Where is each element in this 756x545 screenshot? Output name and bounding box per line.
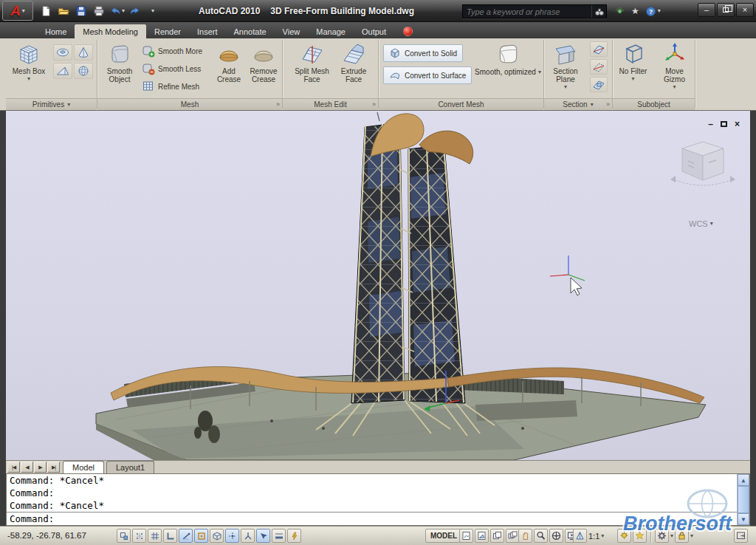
smooth-object-button[interactable]: Smooth Object — [100, 40, 139, 83]
viewcube[interactable] — [670, 142, 735, 185]
dynamic-input-toggle[interactable] — [256, 529, 270, 543]
no-filter-button[interactable]: No Filter ▾ — [613, 40, 653, 82]
command-window[interactable]: Command: *Cancel* Command: Command: *Can… — [6, 473, 750, 526]
smooth-more-button[interactable]: Smooth More — [142, 44, 202, 58]
annotation-scale-button[interactable] — [573, 529, 587, 543]
mesh-sphere-button[interactable] — [74, 63, 93, 79]
section-plane-button[interactable]: Section Plane ▾ — [546, 40, 585, 90]
quick-view-layouts-button[interactable] — [490, 529, 504, 543]
scrollbar-thumb[interactable] — [738, 486, 749, 513]
search-button[interactable] — [591, 5, 606, 18]
viewport-minimize-button[interactable]: – — [708, 120, 713, 128]
panel-footer-section[interactable]: Section▾» — [544, 98, 612, 110]
tab-render[interactable]: Render — [146, 24, 189, 38]
first-tab-button[interactable]: |◀ — [7, 462, 20, 473]
remove-crease-button[interactable]: Remove Crease — [246, 40, 281, 83]
object-snap-tracking-toggle[interactable] — [225, 529, 239, 543]
panel-expand-icon[interactable]: » — [276, 100, 280, 108]
command-prompt[interactable]: Command: — [7, 512, 737, 525]
convert-to-surface-button[interactable]: Convert to Surface — [383, 66, 472, 84]
save-button[interactable] — [74, 4, 89, 18]
tab-insert[interactable]: Insert — [189, 24, 226, 38]
tab-output[interactable]: Output — [354, 24, 394, 38]
minimize-button[interactable]: – — [698, 3, 715, 17]
extrude-face-button[interactable]: Extrude Face — [334, 40, 373, 83]
open-button[interactable] — [56, 4, 71, 18]
help-button[interactable]: ?▾ — [645, 6, 661, 17]
mesh-box-button[interactable]: Mesh Box ▾ — [10, 40, 48, 82]
mesh-torus-button[interactable] — [53, 44, 72, 61]
refine-mesh-button[interactable]: Refine Mesh — [142, 80, 199, 93]
favorites-star-icon[interactable]: ★ — [631, 7, 639, 16]
panel-footer-subobject[interactable]: Subobject — [613, 98, 695, 110]
coordinate-display[interactable]: -58.29, -26.78, 61.67 — [7, 531, 86, 540]
section-boundary-button[interactable] — [590, 59, 608, 75]
auto-annotation-button[interactable] — [633, 529, 647, 543]
3d-object-snap-toggle[interactable] — [210, 529, 224, 543]
application-menu-button[interactable]: A ▾ — [2, 1, 33, 21]
undo-button[interactable]: ▾ — [109, 4, 125, 18]
add-crease-button[interactable]: Add Crease — [213, 40, 245, 83]
workspace-switching-button[interactable] — [655, 529, 669, 543]
infer-constraints-toggle[interactable] — [117, 529, 131, 543]
move-gizmo-button[interactable]: Move Gizmo ▾ — [654, 40, 695, 90]
grid-display-toggle[interactable] — [148, 529, 162, 543]
next-tab-button[interactable]: ▶ — [34, 462, 47, 473]
red-sphere-icon[interactable] — [403, 27, 413, 36]
smooth-optimized-button[interactable]: Smooth, optimized▾ — [473, 41, 543, 76]
smooth-less-button[interactable]: Smooth Less — [142, 62, 201, 75]
section-volume-button[interactable] — [590, 77, 608, 92]
tab-manage[interactable]: Manage — [308, 24, 354, 38]
wcs-indicator[interactable]: WCS ▾ — [689, 219, 713, 228]
lineweight-toggle[interactable] — [272, 529, 286, 543]
panel-expand-icon[interactable]: » — [372, 100, 376, 108]
tab-mesh-modeling[interactable]: Mesh Modeling — [75, 24, 146, 38]
polar-tracking-toggle[interactable] — [179, 529, 193, 543]
layout-space-button[interactable] — [475, 529, 489, 543]
steering-wheel-button[interactable] — [549, 529, 563, 543]
quick-properties-toggle[interactable] — [287, 529, 301, 543]
scroll-down-button[interactable]: ▼ — [738, 513, 749, 525]
panel-expand-icon[interactable]: » — [606, 100, 610, 108]
pan-button[interactable] — [518, 529, 532, 543]
toolbar-lock-button[interactable] — [675, 529, 689, 543]
last-tab-button[interactable]: ▶| — [47, 462, 60, 473]
section-live-button[interactable] — [590, 41, 608, 57]
split-mesh-face-button[interactable]: Split Mesh Face — [292, 40, 332, 83]
redo-button[interactable] — [128, 4, 142, 18]
viewport-close-button[interactable]: × — [735, 120, 740, 128]
close-button[interactable]: × — [736, 3, 754, 17]
tab-view[interactable]: View — [275, 24, 309, 38]
snap-mode-toggle[interactable] — [132, 529, 146, 543]
panel-footer-primitives[interactable]: Primitives▾ — [6, 98, 97, 110]
drawing-canvas[interactable]: – × WCS ▾ — [6, 111, 750, 460]
panel-footer-mesh-edit[interactable]: Mesh Edit» — [283, 98, 378, 110]
new-button[interactable] — [38, 4, 53, 18]
tab-layout1[interactable]: Layout1 — [106, 461, 154, 473]
communication-center-button[interactable] — [614, 5, 625, 18]
panel-footer-convert-mesh[interactable]: Convert Mesh — [379, 98, 543, 110]
tab-annotate[interactable]: Annotate — [226, 24, 275, 38]
model-paper-toggle[interactable]: MODEL — [425, 529, 462, 543]
viewport-restore-button[interactable] — [721, 121, 727, 127]
mesh-wedge-button[interactable] — [53, 63, 72, 79]
dynamic-ucs-toggle[interactable] — [241, 529, 255, 543]
restore-button[interactable] — [717, 3, 735, 17]
plot-button[interactable] — [92, 4, 106, 18]
panel-footer-mesh[interactable]: Mesh» — [97, 98, 282, 110]
convert-to-solid-button[interactable]: Convert to Solid — [383, 44, 463, 62]
clean-screen-button[interactable] — [734, 529, 748, 543]
status-tray-caret-icon[interactable]: ▾ — [690, 533, 693, 539]
search-input[interactable] — [463, 7, 591, 16]
model-space-button[interactable] — [459, 529, 473, 543]
zoom-button[interactable] — [534, 529, 548, 543]
previous-tab-button[interactable]: ◀ — [21, 462, 33, 473]
command-scrollbar[interactable]: ▲ ▼ — [737, 474, 749, 525]
mesh-cone-button[interactable] — [74, 44, 93, 61]
tab-home[interactable]: Home — [37, 24, 75, 38]
scroll-up-button[interactable]: ▲ — [738, 474, 749, 486]
annotation-visibility-button[interactable] — [617, 529, 631, 543]
object-snap-toggle[interactable] — [194, 529, 208, 543]
annotation-scale-value[interactable]: 1:1 — [588, 532, 599, 541]
ortho-mode-toggle[interactable] — [163, 529, 177, 543]
